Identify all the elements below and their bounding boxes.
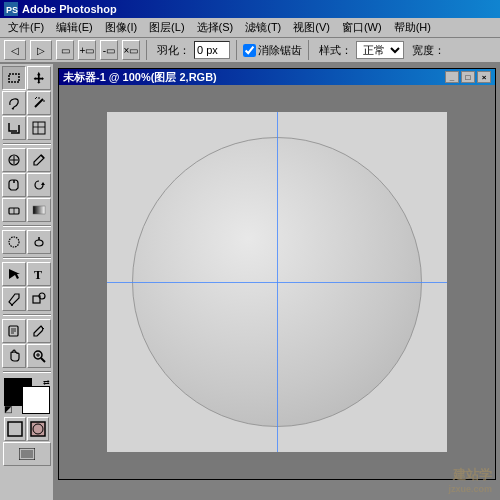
path-select-tool[interactable] — [2, 262, 26, 286]
tool-row-8: T — [2, 262, 51, 286]
crop-tool[interactable] — [2, 116, 26, 140]
tool-sep-4 — [3, 314, 51, 316]
svg-rect-2 — [9, 74, 19, 82]
marquee-sub-button[interactable]: -▭ — [100, 40, 118, 60]
svg-point-25 — [11, 304, 13, 306]
switch-colors-button[interactable]: ⇄ — [43, 378, 50, 387]
marquee-add-button[interactable]: +▭ — [78, 40, 96, 60]
svg-marker-3 — [34, 72, 44, 84]
menu-edit[interactable]: 编辑(E) — [50, 18, 99, 37]
app-icon: PS — [4, 2, 18, 16]
quick-mask-button[interactable] — [27, 417, 49, 441]
antialias-checkbox[interactable] — [243, 44, 256, 57]
tool-row-11 — [2, 344, 51, 368]
reset-colors-button[interactable]: ◩ — [4, 404, 13, 414]
sep3 — [308, 40, 309, 60]
svg-point-20 — [9, 237, 19, 247]
sep1 — [146, 40, 147, 60]
svg-point-21 — [35, 240, 43, 246]
eyedropper-tool[interactable] — [27, 319, 51, 343]
sep2 — [236, 40, 237, 60]
tool-row-7 — [2, 230, 51, 254]
style-label: 样式： — [319, 43, 352, 58]
screen-mode-button[interactable] — [3, 442, 51, 466]
menu-layer[interactable]: 图层(L) — [143, 18, 190, 37]
tool-row-mask — [4, 417, 49, 441]
healing-tool[interactable] — [2, 148, 26, 172]
document-title: 未标器-1 @ 100%(图层 2,RGB) — [63, 70, 217, 85]
nav-back-button[interactable]: ◁ — [4, 40, 26, 60]
type-tool[interactable]: T — [27, 262, 51, 286]
blur-tool[interactable] — [2, 230, 26, 254]
document-window: 未标器-1 @ 100%(图层 2,RGB) _ □ × — [58, 68, 496, 480]
menu-help[interactable]: 帮助(H) — [388, 18, 437, 37]
pen-tool[interactable] — [2, 287, 26, 311]
tool-row-5 — [2, 173, 51, 197]
menu-view[interactable]: 视图(V) — [287, 18, 336, 37]
notes-tool[interactable] — [2, 319, 26, 343]
dodge-tool[interactable] — [27, 230, 51, 254]
nav-forward-button[interactable]: ▷ — [30, 40, 52, 60]
doc-maximize-button[interactable]: □ — [461, 71, 475, 83]
hand-tool[interactable] — [2, 344, 26, 368]
eraser-tool[interactable] — [2, 198, 26, 222]
menu-bar: 文件(F) 编辑(E) 图像(I) 图层(L) 选择(S) 滤镜(T) 视图(V… — [0, 18, 500, 38]
antialias-checkbox-label[interactable]: 消除锯齿 — [243, 43, 302, 58]
tool-row-3 — [2, 116, 51, 140]
tool-sep-2 — [3, 225, 51, 227]
canvas-area: 未标器-1 @ 100%(图层 2,RGB) _ □ × 建站学 — [54, 64, 500, 500]
background-color[interactable] — [22, 386, 50, 414]
canvas-content[interactable] — [59, 85, 495, 479]
menu-file[interactable]: 文件(F) — [2, 18, 50, 37]
color-box: ⇄ ◩ — [4, 378, 50, 414]
svg-text:T: T — [34, 268, 42, 281]
history-brush-tool[interactable] — [27, 173, 51, 197]
gradient-tool[interactable] — [27, 198, 51, 222]
svg-text:PS: PS — [6, 5, 18, 15]
document-titlebar: 未标器-1 @ 100%(图层 2,RGB) _ □ × — [59, 69, 495, 85]
doc-close-button[interactable]: × — [477, 71, 491, 83]
svg-rect-19 — [33, 206, 45, 214]
tool-row-6 — [2, 198, 51, 222]
toolbox: T — [0, 64, 54, 500]
document-controls: _ □ × — [445, 71, 491, 83]
svg-rect-8 — [33, 122, 45, 134]
zoom-tool[interactable] — [27, 344, 51, 368]
svg-rect-41 — [21, 450, 33, 458]
tool-row-10 — [2, 319, 51, 343]
vertical-guide — [277, 112, 278, 452]
shape-tool[interactable] — [27, 287, 51, 311]
lasso-tool[interactable] — [2, 91, 26, 115]
tool-row-4 — [2, 148, 51, 172]
main-area: T — [0, 64, 500, 500]
menu-filter[interactable]: 滤镜(T) — [239, 18, 287, 37]
brush-tool[interactable] — [27, 148, 51, 172]
tool-row-2 — [2, 91, 51, 115]
feather-label: 羽化： — [157, 43, 190, 58]
marquee-intersect-button[interactable]: ×▭ — [122, 40, 140, 60]
tool-row-1 — [2, 66, 51, 90]
tool-row-screen — [3, 442, 51, 466]
tool-sep-1 — [3, 143, 51, 145]
menu-image[interactable]: 图像(I) — [99, 18, 143, 37]
style-dropdown[interactable]: 正常 — [356, 41, 404, 59]
width-label: 宽度： — [412, 43, 445, 58]
menu-window[interactable]: 窗口(W) — [336, 18, 388, 37]
rectangular-marquee-tool[interactable] — [2, 66, 26, 90]
menu-select[interactable]: 选择(S) — [191, 18, 240, 37]
marquee-rect-button[interactable]: ▭ — [56, 40, 74, 60]
canvas-inner — [107, 112, 447, 452]
app-title: Adobe Photoshop — [22, 3, 117, 15]
doc-minimize-button[interactable]: _ — [445, 71, 459, 83]
tool-sep-3 — [3, 257, 51, 259]
svg-line-7 — [35, 97, 37, 99]
clone-stamp-tool[interactable] — [2, 173, 26, 197]
feather-input[interactable] — [194, 41, 230, 59]
slice-tool[interactable] — [27, 116, 51, 140]
svg-marker-16 — [41, 182, 45, 185]
move-tool[interactable] — [27, 66, 51, 90]
svg-line-34 — [41, 358, 45, 362]
magic-wand-tool[interactable] — [27, 91, 51, 115]
svg-line-14 — [41, 155, 44, 158]
standard-mode-button[interactable] — [4, 417, 26, 441]
